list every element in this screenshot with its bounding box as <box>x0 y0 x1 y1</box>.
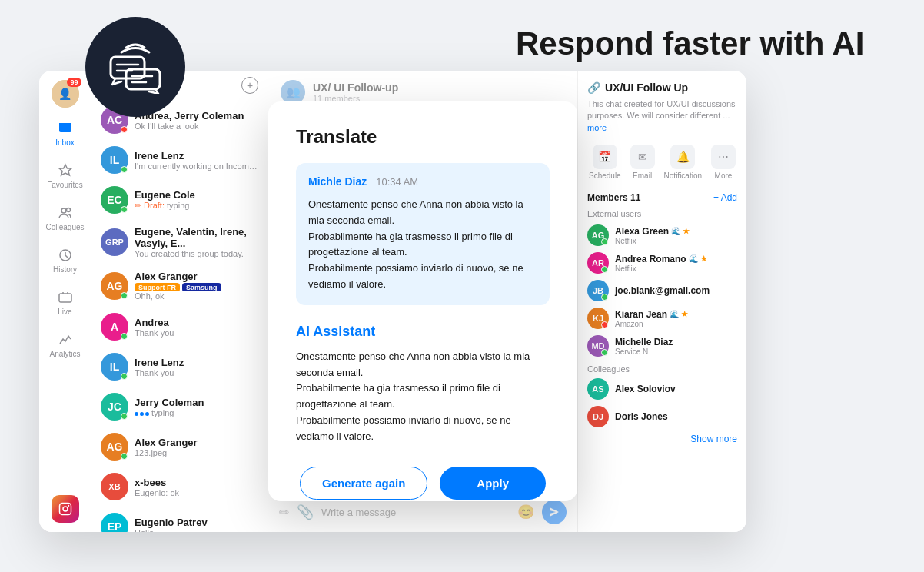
channel-preview: Hello <box>135 528 258 533</box>
sidebar-item-inbox[interactable]: Inbox <box>44 114 87 153</box>
avatar: A <box>101 313 128 341</box>
message-original-text: Onestamente penso che Anna non abbia vis… <box>308 197 537 293</box>
channel-name: Eugene, Valentin, Irene, Vasyly, E... <box>135 226 258 249</box>
member-info: Andrea Romano 🌊 ★ Netflix <box>615 254 737 273</box>
message-sender: Michle Diaz <box>308 175 367 188</box>
channel-info: Alex Granger Support FR Samsung Ohh, ok <box>135 271 258 301</box>
apply-button[interactable]: Apply <box>440 467 546 500</box>
list-item[interactable]: EP Eugenio Patrev Hello <box>91 507 268 532</box>
avatar: AG <box>101 272 128 300</box>
channel-info: Eugenio Patrev Hello <box>135 517 258 533</box>
member-info: Alex Soloviov <box>615 384 737 394</box>
member-name: Michelle Diaz <box>615 337 737 348</box>
info-more-link[interactable]: more <box>587 123 607 132</box>
channel-name: x-bees <box>135 477 258 488</box>
status-dot <box>121 453 128 460</box>
more-action[interactable]: ⋯ More <box>711 145 736 180</box>
channels-panel: All External + AC Andrea, Jerry Coleman … <box>91 71 268 532</box>
add-member-button[interactable]: + Add <box>713 192 737 203</box>
generate-again-button[interactable]: Generate again <box>300 467 427 500</box>
link-icon: 🔗 <box>587 81 600 94</box>
tag-samsung: Samsung <box>182 283 221 291</box>
user-avatar[interactable]: 👤 99 <box>52 80 79 108</box>
channel-name: Irene Lenz <box>135 150 258 161</box>
show-more-button[interactable]: Show more <box>587 434 737 444</box>
sidebar-item-favourites[interactable]: Favourites <box>44 156 87 195</box>
sidebar-item-live[interactable]: Live <box>44 283 87 322</box>
status-dot <box>121 206 128 213</box>
list-item[interactable]: EC Eugene Cole ✏ Draft: typing <box>91 180 268 220</box>
status-dot <box>601 349 608 356</box>
member-company: Netflix <box>615 237 737 245</box>
translate-modal: Translate Michle Diaz 10:34 AM Onestamen… <box>268 101 577 501</box>
modal-overlay: Translate Michle Diaz 10:34 AM Onestamen… <box>268 71 577 532</box>
status-dot <box>121 292 128 299</box>
inbox-label: Inbox <box>55 138 74 147</box>
channel-name: Jerry Coleman <box>135 397 258 408</box>
original-message: Michle Diaz 10:34 AM Onestamente penso c… <box>296 163 550 305</box>
members-header: Members 11 + Add <box>587 192 737 203</box>
channel-name: Andrea <box>135 317 258 328</box>
channel-info: Eugene Cole ✏ Draft: typing <box>135 189 258 211</box>
channel-preview: Support FR Samsung <box>135 282 258 291</box>
email-action[interactable]: ✉ Email <box>630 145 655 180</box>
list-item[interactable]: AG Alex Granger Support FR Samsung Ohh, … <box>91 264 268 307</box>
svg-point-11 <box>63 507 68 511</box>
status-dot <box>601 238 608 245</box>
sidebar-item-history[interactable]: History <box>44 241 87 280</box>
channel-preview: 123.jpeg <box>135 448 258 457</box>
list-item[interactable]: IL Irene Lenz Thank you <box>91 347 268 387</box>
list-item[interactable]: XB x-bees Eugenio: ok <box>91 467 268 507</box>
member-item: AS Alex Soloviov <box>587 378 737 400</box>
list-item[interactable]: IL Irene Lenz I'm currently working on I… <box>91 140 268 180</box>
schedule-action[interactable]: 📅 Schedule <box>589 145 621 180</box>
avatar: AG <box>587 224 609 246</box>
member-company: Netflix <box>615 264 737 273</box>
avatar: JB <box>587 280 609 301</box>
channel-list: AC Andrea, Jerry Coleman Ok I'll take a … <box>91 100 268 532</box>
draft-label: ✏ Draft: <box>135 201 165 210</box>
channel-preview: Thank you <box>135 368 258 377</box>
colleagues-icon <box>57 205 74 221</box>
inbox-icon <box>57 120 74 137</box>
email-label: Email <box>633 171 652 180</box>
list-item[interactable]: JC Jerry Coleman typing <box>91 387 268 427</box>
member-item: KJ Kiaran Jean 🌊 ★ Amazon <box>587 308 737 329</box>
sidebar-item-analytics[interactable]: Analytics <box>44 325 87 364</box>
avatar: AS <box>587 378 609 400</box>
svg-rect-9 <box>59 294 71 302</box>
app-window: 👤 99 Inbox Favourites <box>39 71 746 532</box>
channel-preview: typing <box>135 408 258 417</box>
avatar: IL <box>101 146 128 174</box>
history-label: History <box>53 265 77 274</box>
avatar: GRP <box>101 228 128 256</box>
channel-preview: Ok I'll take a look <box>135 121 258 131</box>
list-item[interactable]: AG Alex Granger 123.jpeg <box>91 427 268 467</box>
channel-preview: I'm currently working on Incoming mes... <box>135 161 258 171</box>
modal-title: Translate <box>296 126 550 148</box>
member-item: JB joe.blank@gmail.com <box>587 280 737 301</box>
sidebar-item-colleagues[interactable]: Colleagues <box>44 198 87 238</box>
member-company: Amazon <box>615 320 737 328</box>
add-channel-button[interactable]: + <box>241 77 258 94</box>
favourites-label: Favourites <box>47 181 83 189</box>
schedule-icon: 📅 <box>593 145 617 169</box>
channel-info: Eugene, Valentin, Irene, Vasyly, E... Yo… <box>135 226 258 258</box>
notification-action[interactable]: 🔔 Notification <box>664 145 702 180</box>
wave-icon: 🌊 <box>670 310 679 318</box>
channel-preview-text: Ohh, ok <box>135 291 258 301</box>
status-dot <box>601 266 608 273</box>
member-info: Michelle Diaz Service N <box>615 337 737 356</box>
status-dot <box>601 321 608 328</box>
member-name: Alex Soloviov <box>615 384 737 394</box>
ai-title: AI Assistant <box>296 324 550 340</box>
star-icon: ★ <box>700 254 707 263</box>
instagram-icon[interactable] <box>52 495 79 523</box>
info-description: This chat created for UX/UI discussions … <box>587 98 737 134</box>
member-item: DJ Doris Jones <box>587 406 737 427</box>
star-icon <box>57 162 74 179</box>
modal-actions: Generate again Apply <box>296 467 550 500</box>
member-info: Alexa Green 🌊 ★ Netflix <box>615 226 737 245</box>
list-item[interactable]: A Andrea Thank you <box>91 307 268 347</box>
list-item[interactable]: GRP Eugene, Valentin, Irene, Vasyly, E..… <box>91 220 268 264</box>
